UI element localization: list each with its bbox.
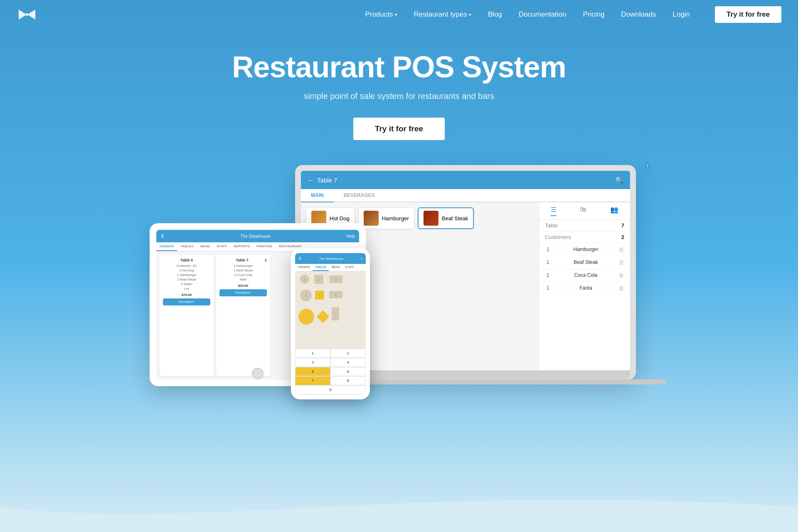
phone-tab-staff[interactable]: STAFF xyxy=(342,264,357,271)
delete-icon-1[interactable]: 🗑 xyxy=(618,246,624,253)
back-arrow-icon[interactable]: ← xyxy=(308,177,314,184)
table-9[interactable] xyxy=(332,307,339,320)
tablet-nav-printing[interactable]: PRINTING xyxy=(253,242,276,251)
phone-topbar: 🎗 The Steakhouse ? xyxy=(295,253,366,264)
item-qty-4: 1 xyxy=(545,285,551,291)
nav-pricing[interactable]: Pricing xyxy=(583,10,604,19)
table-4[interactable]: 4 xyxy=(300,290,312,301)
customers-info-value: 2 xyxy=(621,234,624,240)
item-name-steak: Beaf Steak xyxy=(553,259,618,265)
nav-documentation[interactable]: Documentation xyxy=(519,10,566,19)
tablet-payment-btn-1[interactable]: PAYMENT xyxy=(163,298,210,305)
phone-tab-orders[interactable]: ORDERS xyxy=(295,264,313,271)
tablet-nav-menu[interactable]: MENU xyxy=(197,242,214,251)
order-item-hamburger: 1 Hamburger 🗑 xyxy=(539,243,630,256)
order-icon[interactable]: ☰ xyxy=(551,206,557,216)
delete-icon-2[interactable]: 🗑 xyxy=(618,259,624,266)
tab-main[interactable]: MAIN xyxy=(301,189,334,202)
numpad-8[interactable]: 8 xyxy=(330,376,366,385)
wave-bottom xyxy=(0,482,798,532)
phone-frame: 🎗 The Steakhouse ? ORDERS TABLES MENU ST… xyxy=(291,248,370,399)
table-1[interactable]: 1 xyxy=(300,275,309,284)
phone-tab-tables[interactable]: TABLES xyxy=(313,264,329,271)
tablet-help: Help xyxy=(346,234,355,239)
delete-icon-4[interactable]: 🗑 xyxy=(618,285,624,291)
search-icon[interactable]: 🔍 xyxy=(615,176,623,184)
numpad-7[interactable]: 7 xyxy=(295,376,330,385)
tablet-payment-btn-2[interactable]: PAYMENT xyxy=(219,289,267,296)
hero-title: Restaurant POS System xyxy=(0,50,798,84)
phone-screen: 🎗 The Steakhouse ? ORDERS TABLES MENU ST… xyxy=(295,253,366,394)
phone-menu-icon[interactable]: ? xyxy=(361,257,362,261)
nav-products[interactable]: Products ▾ xyxy=(365,10,397,19)
table-7-big[interactable]: 7 xyxy=(298,309,314,325)
item-qty-1: 1 xyxy=(545,246,551,252)
order-table-row: Table 7 xyxy=(539,220,630,232)
numpad-6[interactable]: 6 xyxy=(330,367,366,376)
nav-downloads[interactable]: Downloads xyxy=(621,10,656,19)
bag-icon[interactable]: 🛍 xyxy=(580,206,586,216)
tablet-order-table7: Table 7 1 1 Hamburger 1 Beaf Steak 1 Coc… xyxy=(216,255,270,376)
table-6[interactable]: 6 xyxy=(329,291,342,298)
order-item-fanta: 1 Fanta 🗑 xyxy=(539,282,630,295)
hero-cta-button[interactable]: Try it for free xyxy=(353,118,445,140)
tablet-order-table5: Table 5 Customer: A2 1 Hot Dog 1 Hamburg… xyxy=(160,255,214,376)
tablet-table5-sub: Customer: A2 xyxy=(163,264,210,268)
order-item-cola: 1 Coca Cola 🗑 xyxy=(539,269,630,282)
numpad-2[interactable]: 2 xyxy=(330,349,366,358)
item-name-cola: Coca Cola xyxy=(553,272,618,278)
tablet-table5-title: Table 5 xyxy=(163,258,210,262)
table-3[interactable]: 3 xyxy=(329,276,342,283)
table-8-diamond[interactable] xyxy=(316,310,329,323)
item-qty-2: 1 xyxy=(545,259,551,265)
hero-section: Restaurant POS System simple point of sa… xyxy=(0,0,798,532)
delete-icon-3[interactable]: 🗑 xyxy=(618,272,624,278)
phone-app-screen: 🎗 The Steakhouse ? ORDERS TABLES MENU ST… xyxy=(295,253,366,394)
nav-blog[interactable]: Blog xyxy=(488,10,502,19)
numpad-row-2: 3 4 xyxy=(295,358,366,367)
nav-try-button[interactable]: Try it for free xyxy=(715,6,781,23)
phone-subtabs: ORDERS TABLES MENU STAFF xyxy=(295,264,366,271)
devices-showcase: ← Table 7 🔍 MAIN BEVERAGES xyxy=(150,165,648,456)
numpad-1[interactable]: 1 xyxy=(295,349,330,358)
numpad-5[interactable]: 5 xyxy=(295,367,330,376)
table-info-value: 7 xyxy=(621,222,624,229)
order-item-steak: 1 Beaf Steak 🗑 xyxy=(539,256,630,269)
numpad-4[interactable]: 4 xyxy=(330,358,366,367)
table-label: Table 7 xyxy=(317,177,337,184)
numpad-3[interactable]: 3 xyxy=(295,358,330,367)
steak-label: Beaf Steak xyxy=(442,215,468,222)
app-tabs: MAIN BEVERAGES xyxy=(301,189,630,202)
tablet-nav-tables[interactable]: TABLES xyxy=(177,242,197,251)
people-icon[interactable]: 👥 xyxy=(610,206,618,216)
svg-point-0 xyxy=(26,13,28,16)
tablet-nav-reports[interactable]: REPORTS xyxy=(230,242,253,251)
order-items-list: 1 Hamburger 🗑 1 Beaf Steak 🗑 xyxy=(539,243,630,370)
phone-tab-menu[interactable]: MENU xyxy=(329,264,342,271)
tablet-nav-staff[interactable]: STAFF xyxy=(213,242,230,251)
app-topbar: ← Table 7 🔍 xyxy=(301,171,630,189)
nav-login[interactable]: Login xyxy=(672,10,690,19)
restaurant-types-dropdown-arrow: ▾ xyxy=(469,12,471,17)
tab-beverages[interactable]: BEVERAGES xyxy=(334,189,385,202)
tablet-nav-orders[interactable]: ORDERS xyxy=(156,242,177,251)
numpad-row-5: 9 xyxy=(295,385,366,394)
phone-logo: 🎗 xyxy=(298,257,302,261)
order-panel: ☰ 🛍 👥 Table 7 Customers xyxy=(539,202,630,370)
steak-image xyxy=(424,211,438,226)
table-2[interactable]: 2 xyxy=(314,275,323,284)
tablet-restaurant-name: The Steakhouse xyxy=(240,234,271,239)
navigation: Products ▾ Restaurant types ▾ Blog Docum… xyxy=(0,0,798,29)
phone-tables-area: 1 2 3 4 5 6 7 xyxy=(295,271,366,349)
numpad-row-1: 1 2 xyxy=(295,349,366,358)
item-name-fanta: Fanta xyxy=(553,285,618,291)
hotdog-label: Hot Dog xyxy=(330,215,350,222)
brand-logo[interactable] xyxy=(17,7,37,22)
nav-restaurant-types[interactable]: Restaurant types ▾ xyxy=(414,10,472,19)
menu-item-steak[interactable]: Beaf Steak 1 xyxy=(418,207,474,229)
table-5[interactable]: 5 xyxy=(315,291,324,300)
numpad-9[interactable]: 9 xyxy=(295,385,366,394)
order-panel-icons: ☰ 🛍 👥 xyxy=(539,202,630,220)
tablet-home-button[interactable] xyxy=(252,368,264,379)
numpad-row-4: 7 8 xyxy=(295,376,366,385)
